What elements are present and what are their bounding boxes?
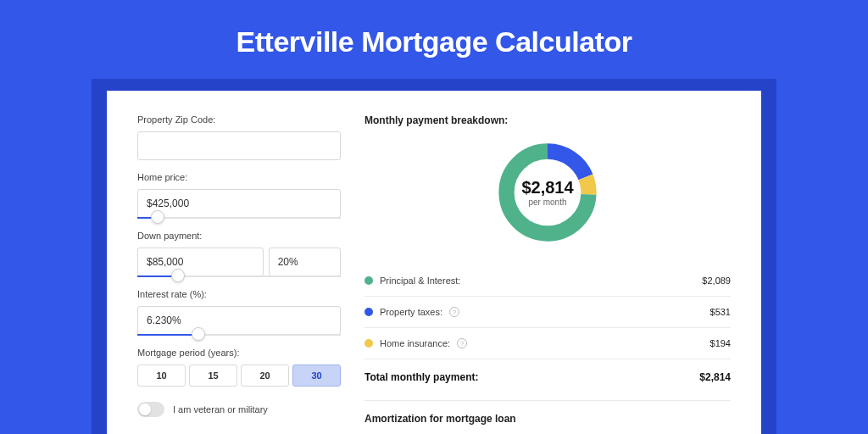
home-price-label: Home price: (137, 172, 341, 182)
home-price-slider[interactable] (137, 217, 341, 219)
down-payment-slider-handle[interactable] (171, 269, 185, 282)
donut-center-amount: $2,814 (521, 178, 573, 198)
legend-taxes-label: Property taxes: (380, 307, 442, 317)
down-payment-field: Down payment: (137, 231, 341, 277)
period-field: Mortgage period (years): 10 15 20 30 (137, 348, 341, 387)
veteran-label: I am veteran or military (173, 404, 268, 415)
breakdown-title: Monthly payment breakdown: (364, 114, 731, 126)
home-price-input[interactable] (137, 189, 341, 218)
down-payment-amount-input[interactable] (137, 248, 264, 276)
breakdown-panel: Monthly payment breakdown: $2,814 per mo… (364, 114, 731, 434)
donut-center-sub: per month (528, 198, 566, 207)
legend-dot-insurance (364, 339, 373, 348)
info-icon[interactable]: ? (457, 338, 467, 348)
input-panel: Property Zip Code: Home price: Down paym… (137, 114, 341, 434)
calculator-card: Property Zip Code: Home price: Down paym… (107, 91, 761, 434)
down-payment-slider[interactable] (137, 275, 341, 277)
home-price-field: Home price: (137, 172, 341, 219)
legend-dot-principal (364, 276, 373, 285)
legend-taxes-value: $531 (710, 307, 731, 317)
divider (364, 327, 731, 328)
legend-insurance-value: $194 (710, 338, 731, 348)
period-options: 10 15 20 30 (137, 364, 341, 387)
legend-principal-label: Principal & Interest: (380, 275, 460, 286)
zip-input[interactable] (137, 131, 341, 160)
total-label: Total monthly payment: (364, 371, 478, 383)
interest-input[interactable] (137, 306, 341, 335)
period-30-button[interactable]: 30 (292, 364, 341, 387)
legend-taxes-row: Property taxes: ? $531 (364, 300, 731, 324)
period-15-button[interactable]: 15 (189, 364, 237, 387)
legend-insurance-row: Home insurance: ? $194 (364, 331, 731, 355)
veteran-toggle-knob (139, 403, 151, 415)
period-10-button[interactable]: 10 (137, 364, 186, 387)
veteran-toggle-row: I am veteran or military (137, 402, 341, 417)
divider (364, 359, 731, 359)
donut-center: $2,814 per month (493, 138, 602, 247)
interest-field: Interest rate (%): (137, 289, 341, 336)
donut-chart: $2,814 per month (493, 138, 602, 247)
down-payment-label: Down payment: (137, 231, 341, 241)
interest-slider[interactable] (137, 334, 341, 336)
legend-insurance-label: Home insurance: (380, 338, 450, 348)
amortization-title: Amortization for mortgage loan (364, 413, 731, 425)
period-label: Mortgage period (years): (137, 348, 341, 358)
donut-chart-wrap: $2,814 per month (364, 138, 731, 247)
interest-label: Interest rate (%): (137, 289, 341, 299)
card-frame: Property Zip Code: Home price: Down paym… (92, 79, 776, 434)
page-title: Etterville Mortgage Calculator (0, 0, 868, 79)
info-icon[interactable]: ? (449, 307, 459, 317)
down-payment-pct-input[interactable] (269, 248, 341, 276)
zip-field: Property Zip Code: (137, 114, 341, 160)
legend-principal-row: Principal & Interest: $2,089 (364, 269, 731, 292)
home-price-slider-handle[interactable] (151, 210, 164, 224)
total-row: Total monthly payment: $2,814 (364, 363, 731, 397)
total-value: $2,814 (699, 371, 731, 383)
interest-slider-handle[interactable] (192, 327, 205, 341)
divider (364, 296, 731, 297)
legend-dot-taxes (364, 308, 373, 316)
zip-label: Property Zip Code: (137, 114, 341, 125)
divider (364, 400, 731, 401)
period-20-button[interactable]: 20 (241, 364, 289, 387)
veteran-toggle[interactable] (137, 402, 164, 417)
legend-principal-value: $2,089 (702, 275, 731, 286)
